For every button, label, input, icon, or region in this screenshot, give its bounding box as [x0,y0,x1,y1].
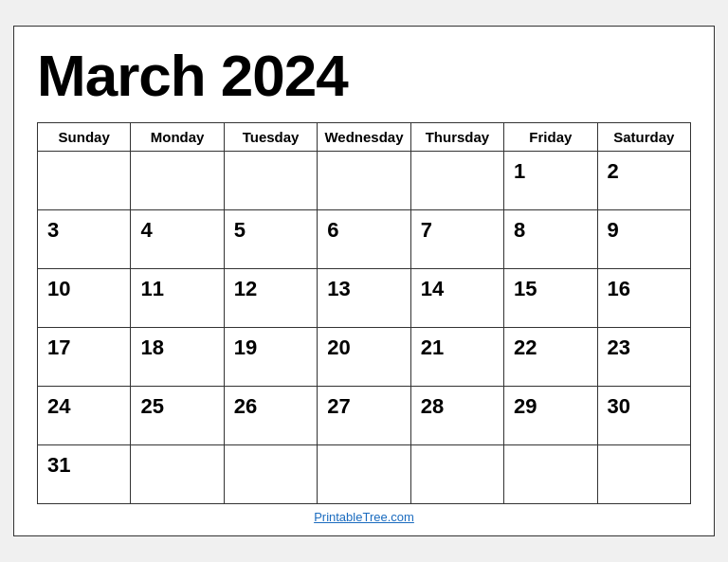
calendar-week-4: 17181920212223 [38,327,691,386]
header-saturday: Saturday [597,122,690,151]
calendar-day: 1 [504,151,597,209]
calendar-day: 17 [38,327,131,386]
calendar-day [410,151,503,209]
calendar-day: 15 [504,268,597,327]
calendar-day: 19 [224,327,317,386]
calendar-body: 1234567891011121314151617181920212223242… [38,151,691,503]
calendar-day: 11 [131,268,224,327]
calendar-day: 14 [410,268,503,327]
calendar-day: 13 [318,268,410,327]
header-row: Sunday Monday Tuesday Wednesday Thursday… [38,122,691,151]
calendar-day: 16 [597,268,690,327]
header-tuesday: Tuesday [224,122,317,151]
calendar-day: 5 [224,209,317,268]
footer-link[interactable]: PrintableTree.com [37,510,691,524]
calendar-day [224,151,317,209]
calendar-day: 22 [504,327,597,386]
calendar-week-1: 12 [38,151,691,209]
calendar-day: 27 [318,386,410,444]
calendar-day [131,444,224,503]
calendar-day: 2 [597,151,690,209]
header-wednesday: Wednesday [318,122,410,151]
calendar-day: 26 [224,386,317,444]
calendar-day: 6 [318,209,410,268]
calendar-title: March 2024 [37,44,691,108]
calendar-day: 30 [597,386,690,444]
calendar-day: 29 [504,386,597,444]
calendar-day: 18 [131,327,224,386]
calendar-day [38,151,131,209]
calendar-day [318,151,410,209]
calendar-day: 31 [38,444,131,503]
calendar-day: 24 [38,386,131,444]
calendar-table: Sunday Monday Tuesday Wednesday Thursday… [37,122,691,504]
calendar-day: 28 [410,386,503,444]
header-thursday: Thursday [410,122,503,151]
calendar-day [410,444,503,503]
header-sunday: Sunday [38,122,131,151]
calendar-day: 7 [410,209,503,268]
calendar-day: 4 [131,209,224,268]
calendar-day: 21 [410,327,503,386]
calendar-day: 8 [504,209,597,268]
calendar-week-5: 24252627282930 [38,386,691,444]
calendar-day: 9 [597,209,690,268]
calendar-day: 12 [224,268,317,327]
calendar-day: 25 [131,386,224,444]
calendar-container: March 2024 Sunday Monday Tuesday Wednesd… [13,26,715,535]
calendar-week-6: 31 [38,444,691,503]
calendar-week-3: 10111213141516 [38,268,691,327]
calendar-day: 3 [38,209,131,268]
calendar-day [318,444,410,503]
calendar-day [131,151,224,209]
calendar-day [224,444,317,503]
calendar-day: 10 [38,268,131,327]
calendar-day: 23 [597,327,690,386]
header-monday: Monday [131,122,224,151]
calendar-day [597,444,690,503]
header-friday: Friday [504,122,597,151]
calendar-day: 20 [318,327,410,386]
calendar-week-2: 3456789 [38,209,691,268]
calendar-day [504,444,597,503]
